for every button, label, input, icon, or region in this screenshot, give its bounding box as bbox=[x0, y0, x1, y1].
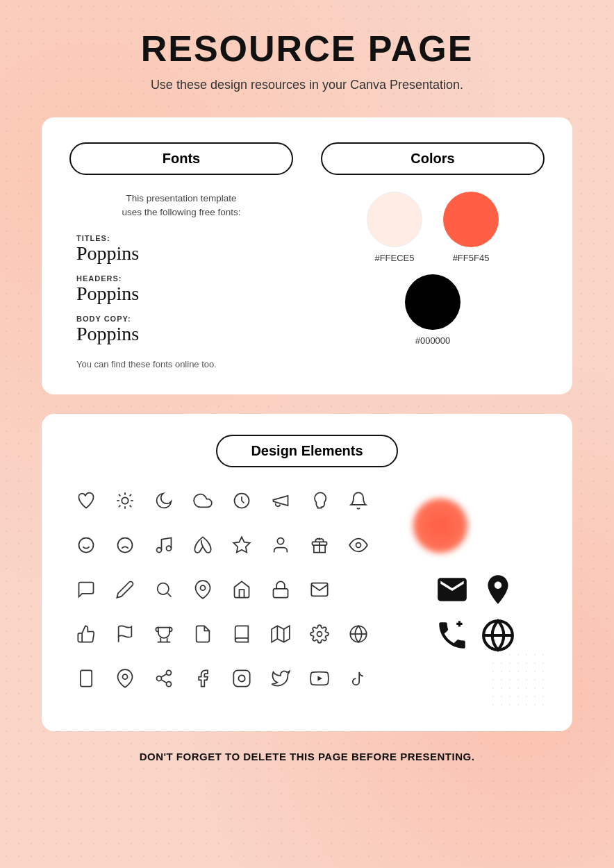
youtube-icon bbox=[303, 662, 336, 695]
big-globe-icon-item bbox=[481, 618, 515, 653]
svg-point-10 bbox=[79, 537, 94, 552]
svg-point-24 bbox=[201, 585, 206, 590]
font-name-headers: Poppins bbox=[76, 283, 286, 305]
pin-icon bbox=[186, 573, 219, 606]
search-icon bbox=[147, 573, 181, 606]
instagram-icon bbox=[225, 662, 258, 695]
big-location-icon bbox=[481, 572, 515, 607]
colors-header: Colors bbox=[321, 142, 545, 175]
font-name-bodycopy: Poppins bbox=[76, 323, 286, 345]
icon-row-4 bbox=[69, 617, 406, 651]
svg-point-38 bbox=[167, 681, 172, 686]
chat-icon bbox=[69, 573, 103, 606]
color-swatch-light: #FFECE5 bbox=[367, 192, 422, 263]
footer-text: DON'T FORGET TO DELETE THIS PAGE BEFORE … bbox=[42, 751, 572, 776]
colors-column: Colors #FFECE5 #FF5F45 bbox=[321, 142, 545, 369]
color-swatches-row: #FFECE5 #FF5F45 bbox=[328, 192, 538, 263]
color-swatches-row-bottom: #000000 bbox=[328, 274, 538, 346]
color-circle-red bbox=[443, 192, 499, 247]
svg-point-17 bbox=[167, 546, 172, 551]
share-icon bbox=[147, 662, 181, 695]
svg-marker-18 bbox=[233, 537, 249, 552]
svg-line-5 bbox=[119, 494, 120, 495]
icon-row-5 bbox=[69, 662, 406, 695]
big-mail-icon bbox=[435, 572, 470, 607]
svg-point-13 bbox=[118, 537, 133, 552]
map-icon bbox=[264, 617, 297, 651]
color-hex-red: #FF5F45 bbox=[453, 253, 490, 263]
big-globe-icon bbox=[481, 618, 515, 653]
font-label-bodycopy: BODY COPY: bbox=[76, 315, 286, 323]
eye-icon bbox=[342, 528, 375, 562]
settings-icon bbox=[303, 617, 336, 651]
svg-line-8 bbox=[130, 494, 131, 495]
svg-point-30 bbox=[317, 631, 322, 636]
svg-point-36 bbox=[167, 670, 172, 675]
person-icon bbox=[264, 528, 297, 562]
color-swatch-black: #000000 bbox=[405, 274, 460, 346]
lock-icon bbox=[264, 573, 297, 606]
icons-left-area bbox=[69, 484, 406, 706]
icon-row-1 bbox=[69, 484, 406, 517]
svg-point-22 bbox=[158, 583, 169, 594]
flag-icon bbox=[108, 617, 142, 651]
icons-right-area bbox=[406, 484, 545, 706]
sun-icon bbox=[108, 484, 142, 517]
svg-rect-33 bbox=[81, 670, 92, 686]
color-swatch-red: #FF5F45 bbox=[443, 192, 499, 263]
tiktok-icon bbox=[342, 662, 375, 695]
thumbsup-icon bbox=[69, 617, 103, 651]
svg-line-6 bbox=[130, 505, 131, 506]
megaphone-icon bbox=[264, 484, 297, 517]
fonts-footer: You can find these fonts online too. bbox=[76, 359, 286, 369]
svg-line-39 bbox=[161, 679, 167, 683]
font-name-titles: Poppins bbox=[76, 242, 286, 265]
lightbulb-icon bbox=[303, 484, 336, 517]
icon-row-2 bbox=[69, 528, 406, 562]
svg-line-40 bbox=[161, 674, 167, 677]
svg-point-19 bbox=[277, 537, 283, 544]
fonts-colors-card: Fonts This presentation templateuses the… bbox=[42, 117, 572, 394]
font-label-headers: HEADERS: bbox=[76, 274, 286, 283]
location-icon bbox=[108, 662, 142, 695]
svg-marker-43 bbox=[317, 676, 322, 681]
globe-icon bbox=[342, 617, 375, 651]
fonts-intro: This presentation templateuses the follo… bbox=[76, 192, 286, 220]
cloud-icon bbox=[186, 484, 219, 517]
font-label-titles: TITLES: bbox=[76, 234, 286, 242]
page-subtitle: Use these design resources in your Canva… bbox=[42, 78, 572, 92]
red-blob-decoration bbox=[413, 498, 468, 553]
clock-icon bbox=[225, 484, 258, 517]
mail-icon bbox=[303, 573, 336, 606]
home-icon bbox=[225, 573, 258, 606]
svg-point-0 bbox=[122, 497, 128, 503]
color-hex-light: #FFECE5 bbox=[374, 253, 414, 263]
phone-icon bbox=[69, 662, 103, 695]
color-hex-black: #000000 bbox=[415, 335, 451, 346]
design-elements-card: Design Elements bbox=[42, 414, 572, 731]
fonts-column: Fonts This presentation templateuses the… bbox=[69, 142, 293, 369]
trophy-icon bbox=[147, 617, 181, 651]
svg-marker-27 bbox=[272, 626, 290, 642]
big-location-icon-item bbox=[481, 572, 515, 607]
document-icon bbox=[186, 617, 219, 651]
icon-row-3 bbox=[69, 573, 406, 606]
smiley-icon bbox=[69, 528, 103, 562]
svg-rect-41 bbox=[233, 670, 249, 686]
pencil-icon bbox=[108, 573, 142, 606]
font-entry-bodycopy: BODY COPY: Poppins bbox=[76, 315, 286, 345]
svg-point-16 bbox=[157, 547, 162, 552]
music-icon bbox=[147, 528, 181, 562]
svg-point-21 bbox=[356, 542, 361, 547]
font-entry-headers: HEADERS: Poppins bbox=[76, 274, 286, 305]
svg-rect-25 bbox=[274, 588, 288, 597]
rocket-icon bbox=[186, 528, 219, 562]
twitter-icon bbox=[264, 662, 297, 695]
design-elements-header: Design Elements bbox=[216, 435, 397, 467]
bell-icon bbox=[342, 484, 375, 517]
fonts-header: Fonts bbox=[69, 142, 293, 175]
moon-icon bbox=[147, 484, 181, 517]
gift-icon bbox=[303, 528, 336, 562]
star-icon bbox=[225, 528, 258, 562]
color-circle-black bbox=[405, 274, 460, 330]
